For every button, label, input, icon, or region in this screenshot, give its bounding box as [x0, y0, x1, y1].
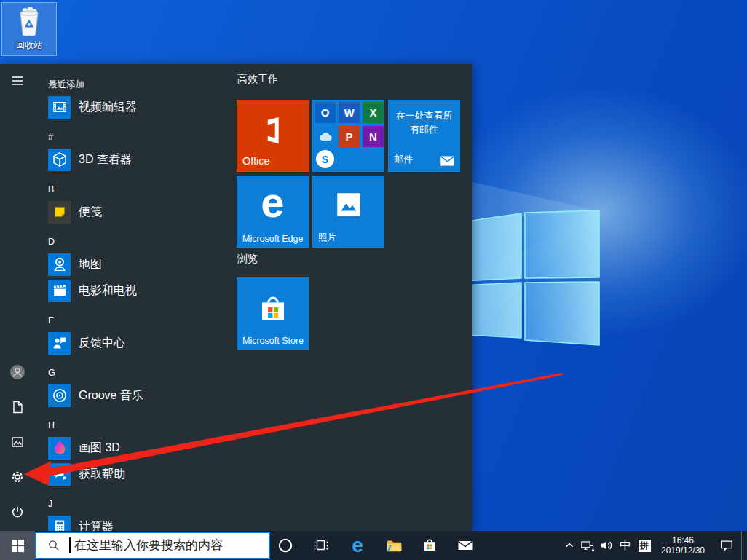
app-label: 画图 3D: [79, 441, 120, 456]
tile-office-label: Office: [242, 155, 270, 167]
app-section-header[interactable]: H: [48, 418, 234, 433]
app-list-item-feedback-hub[interactable]: 反馈中心: [48, 330, 234, 356]
app-label: 地图: [79, 257, 102, 272]
cortana-icon: [277, 537, 293, 553]
edge-icon: e: [352, 535, 363, 556]
taskbar: e: [0, 531, 747, 560]
folder-icon: [385, 537, 403, 555]
network-tray-button[interactable]: [578, 531, 597, 560]
app-section-header[interactable]: B: [48, 182, 234, 197]
app-list-item-maps[interactable]: 地图: [48, 251, 234, 277]
tile-office-apps[interactable]: O W X P N S: [312, 100, 384, 172]
document-icon: [10, 400, 25, 414]
tile-mail[interactable]: 在一处查看所有邮件 邮件: [388, 100, 460, 172]
app-label: Groove 音乐: [79, 388, 143, 403]
calculator-icon: [48, 516, 71, 532]
chevron-up-icon: [564, 540, 575, 551]
sticky-notes-icon: [48, 201, 71, 224]
video-editor-icon: [48, 96, 71, 119]
app-label: 电影和电视: [79, 283, 137, 299]
photos-icon: [333, 189, 364, 220]
app-section-header[interactable]: J: [48, 497, 234, 511]
file-explorer-button[interactable]: [379, 531, 408, 560]
volume-tray-button[interactable]: [597, 531, 616, 560]
ime-language-label: 中: [620, 538, 631, 553]
documents-button[interactable]: [8, 398, 27, 417]
ime-language-indicator[interactable]: 中: [616, 531, 635, 560]
pictures-button[interactable]: [8, 433, 27, 451]
store-taskbar-button[interactable]: [415, 531, 444, 560]
app-section-header[interactable]: #: [48, 130, 234, 144]
start-menu: 最近添加视频编辑器#3D 查看器B便笺D地图电影和电视F反馈中心GGroove …: [0, 64, 472, 531]
task-view-button[interactable]: [307, 531, 336, 560]
maps-icon: [48, 253, 71, 276]
app-list-item-get-help[interactable]: ?获取帮助: [48, 461, 234, 487]
taskbar-search[interactable]: [35, 532, 270, 559]
app-list-item-paint-3d[interactable]: 画图 3D: [48, 435, 234, 461]
powerpoint-icon: P: [339, 126, 360, 147]
hidden-icons-button[interactable]: [561, 531, 578, 560]
text-caret: [69, 537, 71, 553]
clock[interactable]: 16:46 2019/12/30: [654, 531, 712, 560]
feedback-hub-icon: [48, 332, 71, 355]
app-list-item-movies-tv[interactable]: 电影和电视: [48, 277, 234, 304]
office-logo-icon: [256, 114, 290, 147]
tile-microsoft-edge[interactable]: e Microsoft Edge: [237, 176, 309, 248]
tile-group-header-productivity[interactable]: 高效工作: [237, 73, 278, 86]
app-section-header[interactable]: 最近添加: [48, 77, 234, 92]
viewer-3d-icon: [48, 149, 71, 171]
tile-microsoft-store[interactable]: Microsoft Store: [237, 277, 309, 350]
cortana-button[interactable]: [271, 531, 300, 560]
ime-mode-badge: 拼: [639, 540, 651, 552]
action-center-button[interactable]: [712, 531, 741, 560]
start-menu-rail: [0, 64, 35, 531]
clock-date: 2019/12/30: [661, 545, 705, 556]
store-icon: [255, 291, 291, 328]
gear-icon: [10, 470, 25, 484]
show-desktop-button[interactable]: [741, 531, 747, 560]
mail-tile-message: 在一处查看所有邮件: [392, 109, 456, 136]
app-list-item-viewer-3d[interactable]: 3D 查看器: [48, 146, 234, 173]
tile-photos-label: 照片: [318, 232, 336, 244]
recycle-bin-desktop-icon[interactable]: 回收站: [1, 2, 57, 56]
skype-icon: S: [316, 150, 334, 168]
app-list-item-sticky-notes[interactable]: 便笺: [48, 199, 234, 225]
recycle-bin-icon: [13, 5, 45, 39]
user-account-button[interactable]: [8, 363, 27, 382]
ime-mode-indicator[interactable]: 拼: [635, 531, 654, 560]
app-label: 便笺: [79, 205, 102, 220]
groove-music-icon: [48, 384, 71, 407]
search-input[interactable]: [73, 537, 269, 553]
settings-button[interactable]: [8, 468, 27, 486]
tile-group-header-browse[interactable]: 浏览: [237, 253, 258, 266]
app-label: 获取帮助: [79, 467, 125, 482]
power-button[interactable]: [8, 502, 27, 521]
tile-mail-label: 邮件: [394, 153, 413, 166]
start-button[interactable]: [0, 531, 35, 560]
app-section-header[interactable]: D: [48, 234, 234, 249]
speaker-icon: [599, 538, 614, 553]
system-tray: 中 拼 16:46 2019/12/30: [561, 531, 747, 560]
app-list-item-video-editor[interactable]: 视频编辑器: [48, 94, 234, 120]
app-list-item-calculator[interactable]: 计算器: [48, 513, 234, 531]
edge-taskbar-button[interactable]: e: [343, 531, 372, 560]
paint-3d-icon: [48, 437, 71, 460]
word-icon: W: [339, 102, 360, 123]
app-label: 反馈中心: [79, 336, 125, 351]
expand-menu-button[interactable]: [8, 71, 27, 90]
onenote-icon: N: [363, 126, 384, 147]
app-section-header[interactable]: F: [48, 313, 234, 328]
tile-photos[interactable]: 照片: [312, 176, 384, 248]
edge-logo-icon: e: [261, 181, 284, 224]
get-help-icon: ?: [48, 463, 71, 486]
app-section-header[interactable]: G: [48, 366, 234, 380]
mail-taskbar-button[interactable]: [451, 531, 480, 560]
app-label: 视频编辑器: [79, 100, 137, 115]
tile-office[interactable]: Office: [237, 100, 309, 172]
movies-tv-icon: [48, 280, 71, 302]
user-avatar-icon: [10, 365, 25, 379]
tile-store-label: Microsoft Store: [242, 336, 304, 346]
network-icon: [580, 538, 595, 553]
clock-time: 16:46: [672, 535, 694, 545]
app-list-item-groove-music[interactable]: Groove 音乐: [48, 382, 234, 409]
